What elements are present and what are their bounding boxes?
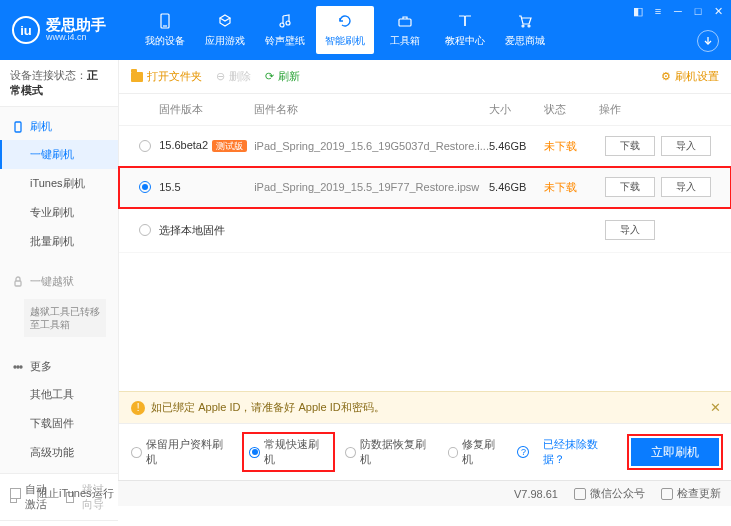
svg-point-9	[14, 366, 16, 368]
th-version: 固件版本	[159, 102, 254, 117]
th-ops: 操作	[599, 102, 719, 117]
jailbreak-note: 越狱工具已转移至工具箱	[24, 299, 106, 337]
sidebar-item-itunes[interactable]: iTunes刷机	[0, 169, 118, 198]
device-card[interactable]: iPad Air 3 64GB iPad	[0, 520, 118, 526]
minimize-icon[interactable]: ─	[671, 4, 685, 18]
update-icon[interactable]	[661, 488, 673, 500]
table-header: 固件版本 固件名称 大小 状态 操作	[119, 94, 731, 126]
download-button[interactable]: 下载	[605, 136, 655, 156]
beta-tag: 测试版	[212, 140, 247, 152]
app-header: iu 爱思助手 www.i4.cn 我的设备 应用游戏 铃声壁纸 智能刷机 工具…	[0, 0, 731, 60]
svg-point-2	[280, 23, 284, 27]
warning-bar: ! 如已绑定 Apple ID，请准备好 Apple ID和密码。 ✕	[119, 391, 731, 423]
th-status: 状态	[544, 102, 599, 117]
menu-icon[interactable]: ≡	[651, 4, 665, 18]
import-button[interactable]: 导入	[605, 220, 655, 240]
svg-rect-8	[15, 281, 21, 286]
nav-store[interactable]: 爱思商城	[496, 6, 554, 54]
gear-icon: ⚙	[661, 70, 671, 83]
refresh-icon	[336, 12, 354, 30]
sidebar-item-download-fw[interactable]: 下载固件	[0, 409, 118, 438]
skin-icon[interactable]: ◧	[631, 4, 645, 18]
nav-my-device[interactable]: 我的设备	[136, 6, 194, 54]
app-name: 爱思助手	[46, 17, 106, 34]
maximize-icon[interactable]: □	[691, 4, 705, 18]
nav-tutorial[interactable]: 教程中心	[436, 6, 494, 54]
music-icon	[276, 12, 294, 30]
connection-status: 设备连接状态：正常模式	[0, 60, 118, 107]
mode-repair[interactable]: 修复刷机	[448, 437, 506, 467]
app-logo: iu 爱思助手 www.i4.cn	[12, 16, 106, 44]
table-row[interactable]: 15.6beta2测试版 iPad_Spring_2019_15.6_19G50…	[119, 126, 731, 167]
th-size: 大小	[489, 102, 544, 117]
cart-icon	[516, 12, 534, 30]
book-icon	[456, 12, 474, 30]
refresh-icon: ⟳	[265, 70, 274, 83]
mode-normal[interactable]: 常规快速刷机	[244, 434, 333, 470]
sidebar-group-flash[interactable]: 刷机	[0, 113, 118, 140]
svg-point-11	[20, 366, 22, 368]
mode-keep-data[interactable]: 保留用户资料刷机	[131, 437, 232, 467]
import-button[interactable]: 导入	[661, 136, 711, 156]
delete-button[interactable]: ⊖删除	[216, 69, 251, 84]
sidebar-group-jailbreak[interactable]: 一键越狱	[0, 268, 118, 295]
refresh-button[interactable]: ⟳刷新	[265, 69, 300, 84]
sidebar: 设备连接状态：正常模式 刷机 一键刷机 iTunes刷机 专业刷机 批量刷机 一…	[0, 60, 119, 480]
flash-now-button[interactable]: 立即刷机	[631, 438, 719, 466]
close-warning-icon[interactable]: ✕	[710, 400, 721, 415]
sidebar-item-other[interactable]: 其他工具	[0, 380, 118, 409]
app-domain: www.i4.cn	[46, 33, 106, 43]
nav-toolbox[interactable]: 工具箱	[376, 6, 434, 54]
version-label: V7.98.61	[514, 488, 558, 500]
phone-icon	[156, 12, 174, 30]
mode-bar: 保留用户资料刷机 常规快速刷机 防数据恢复刷机 修复刷机 ? 已经抹除数据？ 立…	[119, 423, 731, 480]
more-icon	[12, 361, 24, 373]
flash-settings-button[interactable]: ⚙刷机设置	[661, 69, 719, 84]
nav-apps[interactable]: 应用游戏	[196, 6, 254, 54]
row-radio[interactable]	[139, 140, 151, 152]
row-radio[interactable]	[139, 224, 151, 236]
svg-rect-4	[399, 19, 411, 26]
svg-rect-7	[15, 122, 21, 132]
sidebar-item-batch[interactable]: 批量刷机	[0, 227, 118, 256]
mode-anti-recover[interactable]: 防数据恢复刷机	[345, 437, 435, 467]
svg-point-3	[286, 21, 290, 25]
sidebar-item-oneclick[interactable]: 一键刷机	[0, 140, 118, 169]
svg-point-6	[528, 25, 530, 27]
import-button[interactable]: 导入	[661, 177, 711, 197]
info-icon[interactable]: ?	[517, 446, 529, 458]
open-folder-button[interactable]: 打开文件夹	[131, 69, 202, 84]
erased-link[interactable]: 已经抹除数据？	[543, 437, 618, 467]
sidebar-item-pro[interactable]: 专业刷机	[0, 198, 118, 227]
nav-ringtone[interactable]: 铃声壁纸	[256, 6, 314, 54]
lock-icon	[12, 276, 24, 288]
block-itunes-checkbox[interactable]	[10, 488, 21, 499]
folder-icon	[131, 72, 143, 82]
toolbar: 打开文件夹 ⊖删除 ⟳刷新 ⚙刷机设置	[119, 60, 731, 94]
download-button[interactable]: 下载	[605, 177, 655, 197]
svg-point-5	[522, 25, 524, 27]
wechat-icon[interactable]	[574, 488, 586, 500]
table-row[interactable]: 15.5 iPad_Spring_2019_15.5_19F77_Restore…	[119, 167, 731, 208]
svg-point-10	[17, 366, 19, 368]
close-icon[interactable]: ✕	[711, 4, 725, 18]
row-radio[interactable]	[139, 181, 151, 193]
toolbox-icon	[396, 12, 414, 30]
sidebar-group-more[interactable]: 更多	[0, 353, 118, 380]
main-nav: 我的设备 应用游戏 铃声壁纸 智能刷机 工具箱 教程中心 爱思商城	[136, 6, 554, 54]
table-row-local[interactable]: 选择本地固件 导入	[119, 208, 731, 253]
window-controls: ◧ ≡ ─ □ ✕	[631, 4, 725, 18]
main-panel: 打开文件夹 ⊖删除 ⟳刷新 ⚙刷机设置 固件版本 固件名称 大小 状态 操作 1…	[119, 60, 731, 480]
warning-icon: !	[131, 401, 145, 415]
phone-icon	[12, 121, 24, 133]
th-name: 固件名称	[254, 102, 489, 117]
app-icon	[216, 12, 234, 30]
nav-flash[interactable]: 智能刷机	[316, 6, 374, 54]
logo-icon: iu	[12, 16, 40, 44]
download-manager-icon[interactable]	[697, 30, 719, 52]
sidebar-item-advanced[interactable]: 高级功能	[0, 438, 118, 467]
delete-icon: ⊖	[216, 70, 225, 83]
